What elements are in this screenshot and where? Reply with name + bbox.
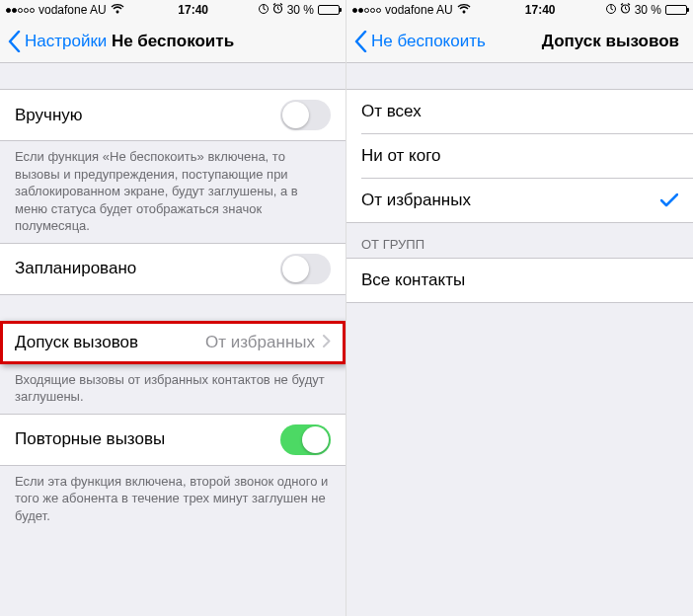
option-label: От избранных	[361, 191, 660, 210]
back-button[interactable]: Настройки	[8, 31, 107, 52]
toggle-repeat[interactable]	[280, 424, 331, 455]
battery-percent: 30 %	[287, 3, 314, 17]
option-all-contacts[interactable]: Все контакты	[346, 259, 693, 302]
row-allow-calls[interactable]: Допуск вызовов От избранных	[0, 321, 346, 364]
row-label: Запланировано	[15, 259, 280, 278]
battery-percent: 30 %	[635, 3, 661, 17]
back-button[interactable]: Не беспокоить	[354, 31, 486, 52]
status-bar: vodafone AU 17:40 30 %	[346, 0, 693, 20]
clock: 17:40	[475, 3, 606, 17]
footer-manual: Если функция «Не беспокоить» включена, т…	[0, 141, 346, 243]
row-repeat-calls[interactable]: Повторные вызовы	[0, 414, 346, 466]
option-everyone[interactable]: От всех	[346, 90, 693, 133]
footer-allow: Входящие вызовы от избранных контактов н…	[0, 364, 346, 414]
nav-bar: Настройки Не беспокоить	[0, 20, 346, 63]
check-icon	[660, 190, 678, 212]
status-bar: vodafone AU 17:40 30 %	[0, 0, 346, 20]
option-label: Все контакты	[361, 270, 678, 290]
lock-icon	[259, 3, 269, 18]
back-label: Настройки	[25, 32, 107, 51]
back-label: Не беспокоить	[371, 32, 486, 51]
option-label: От всех	[361, 102, 678, 121]
toggle-manual[interactable]	[280, 100, 331, 130]
option-noone[interactable]: Ни от кого	[346, 134, 693, 178]
row-manual[interactable]: Вручную	[0, 89, 346, 141]
wifi-icon	[111, 3, 124, 17]
row-value: От избранных	[205, 333, 315, 352]
chevron-right-icon	[323, 333, 331, 352]
clock: 17:40	[128, 3, 259, 17]
screen-do-not-disturb: vodafone AU 17:40 30 % Настройки Не бесп…	[0, 0, 346, 616]
screen-allow-calls: vodafone AU 17:40 30 % Не беспокоить Доп…	[346, 0, 693, 616]
option-favorites[interactable]: От избранных	[346, 179, 693, 222]
footer-repeat: Если эта функция включена, второй звонок…	[0, 466, 346, 533]
alarm-icon	[272, 3, 283, 17]
toggle-scheduled[interactable]	[280, 254, 331, 284]
row-label: Вручную	[15, 106, 280, 125]
row-label: Допуск вызовов	[15, 333, 205, 352]
lock-icon	[606, 3, 616, 18]
signal-icon	[352, 8, 381, 13]
carrier-label: vodafone AU	[38, 3, 107, 17]
battery-icon	[665, 5, 687, 15]
chevron-left-icon	[354, 31, 367, 52]
nav-title: Допуск вызовов	[542, 32, 679, 50]
row-scheduled[interactable]: Запланировано	[0, 243, 346, 295]
option-label: Ни от кого	[361, 146, 678, 166]
battery-icon	[318, 5, 340, 15]
nav-bar: Не беспокоить Допуск вызовов	[346, 20, 693, 63]
group-header: ОТ ГРУПП	[346, 223, 693, 258]
signal-icon	[6, 8, 35, 13]
row-label: Повторные вызовы	[15, 429, 280, 449]
wifi-icon	[457, 3, 471, 17]
chevron-left-icon	[8, 31, 21, 52]
carrier-label: vodafone AU	[385, 3, 453, 17]
alarm-icon	[620, 3, 631, 17]
